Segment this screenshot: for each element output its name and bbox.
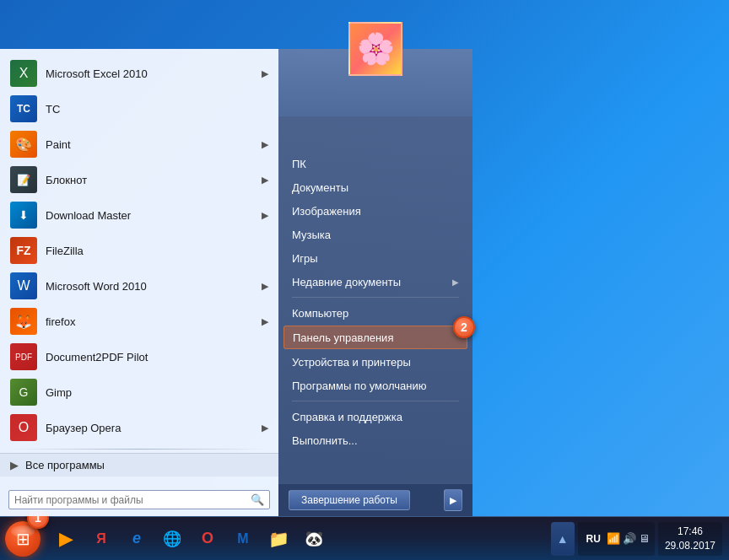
- menu-item-notepad[interactable]: 📝 Блокнот ▶: [0, 162, 278, 197]
- search-input[interactable]: [14, 494, 247, 506]
- shutdown-bar: Завершение работы ▶: [278, 483, 472, 516]
- opera-icon: O: [10, 414, 37, 441]
- all-programs-label: Все программы: [25, 459, 105, 471]
- excel-label: Microsoft Excel 2010: [46, 67, 253, 80]
- all-programs-button[interactable]: ▶ Все программы: [0, 453, 278, 477]
- menu-item-opera[interactable]: O Браузер Opera ▶: [0, 410, 278, 445]
- mx-icon: M: [237, 531, 248, 547]
- taskbar-folder-icon[interactable]: 📁: [262, 522, 295, 556]
- right-menu-help[interactable]: Справка и поддержка: [278, 405, 472, 428]
- ie-icon: e: [132, 530, 141, 547]
- right-separator-2: [292, 401, 459, 401]
- search-button-icon[interactable]: 🔍: [251, 493, 264, 506]
- menu-item-paint[interactable]: 🎨 Paint ▶: [0, 127, 278, 162]
- pc-label: ПК: [292, 158, 306, 170]
- menu-item-pdf[interactable]: PDF Document2PDF Pilot: [0, 339, 278, 374]
- help-label: Справка и поддержка: [292, 411, 402, 423]
- right-menu-pc[interactable]: ПК: [278, 152, 472, 175]
- right-menu-games[interactable]: Игры: [278, 246, 472, 270]
- recent-arrow: ▶: [452, 277, 459, 287]
- menu-item-firefox[interactable]: 🦊 firefox ▶: [0, 304, 278, 339]
- desktop: X Microsoft Excel 2010 ▶ TC TC 🎨 Paint ▶…: [0, 0, 729, 560]
- paint-icon: 🎨: [10, 131, 37, 158]
- tc-label: TC: [46, 103, 268, 116]
- opera-label: Браузер Opera: [46, 422, 253, 434]
- folder-icon: 📁: [268, 529, 289, 549]
- dm-icon: ⬇: [10, 202, 37, 229]
- shutdown-button[interactable]: Завершение работы: [289, 490, 410, 510]
- taskbar-yandex-icon[interactable]: Я: [84, 522, 118, 556]
- right-menu-recent[interactable]: Недавние документы ▶: [278, 270, 472, 293]
- start-button[interactable]: ⊞ 1: [0, 517, 46, 561]
- right-separator-1: [292, 297, 459, 298]
- taskbar: ⊞ 1 ▶ Я e 🌐 O M 📁: [0, 516, 729, 560]
- dm-arrow: ▶: [262, 210, 268, 221]
- control-panel-label: Панель управления: [293, 331, 393, 344]
- tc-icon: TC: [10, 95, 37, 122]
- gimp-label: Gimp: [46, 386, 268, 399]
- start-menu-right-panel: 🌸 ПК Документы Изображения Музыка Игры: [278, 49, 472, 516]
- word-label: Microsoft Word 2010: [46, 280, 253, 293]
- yandex-icon: Я: [96, 531, 106, 547]
- gimp-icon: G: [10, 379, 37, 406]
- taskbar-opera-taskbar-icon[interactable]: O: [191, 522, 224, 556]
- taskbar-mx-icon[interactable]: M: [226, 522, 260, 556]
- taskbar-chrome-icon[interactable]: 🌐: [155, 522, 189, 556]
- media-icon: ▶: [59, 528, 73, 550]
- notepad-arrow: ▶: [262, 175, 268, 186]
- opera-taskbar-icon: O: [202, 530, 213, 547]
- network-icon: 📶: [607, 532, 620, 545]
- paint-arrow: ▶: [262, 139, 268, 150]
- menu-item-word[interactable]: W Microsoft Word 2010 ▶: [0, 268, 278, 304]
- firefox-icon: 🦊: [10, 308, 37, 335]
- right-menu-music[interactable]: Музыка: [278, 223, 472, 246]
- defaults-label: Программы по умолчанию: [292, 380, 426, 392]
- pdf-label: Document2PDF Pilot: [46, 351, 268, 363]
- menu-item-filezilla[interactable]: FZ FileZilla: [0, 233, 278, 268]
- docs-label: Документы: [292, 181, 348, 194]
- language-indicator[interactable]: RU: [583, 533, 604, 545]
- right-menu-control-panel[interactable]: Панель управления 2: [284, 326, 467, 349]
- menu-separator: [10, 449, 268, 450]
- right-menu-images[interactable]: Изображения: [278, 199, 472, 223]
- filezilla-label: FileZilla: [46, 245, 268, 257]
- tray-icons-group: RU 📶 🔊 🖥: [578, 522, 655, 556]
- right-menu-computer[interactable]: Компьютер: [278, 301, 472, 325]
- taskbar-media-icon[interactable]: ▶: [49, 522, 83, 556]
- menu-item-excel[interactable]: X Microsoft Excel 2010 ▶: [0, 56, 278, 91]
- tray-expand-button[interactable]: ▲: [551, 522, 575, 556]
- taskbar-panda-icon[interactable]: 🐼: [297, 522, 331, 556]
- word-icon: W: [10, 272, 37, 299]
- notepad-label: Блокнот: [46, 174, 253, 186]
- shutdown-arrow-button[interactable]: ▶: [444, 489, 462, 511]
- chrome-icon: 🌐: [163, 530, 181, 548]
- start-menu-left-panel: X Microsoft Excel 2010 ▶ TC TC 🎨 Paint ▶…: [0, 49, 278, 516]
- run-label: Выполнить...: [292, 434, 358, 447]
- menu-item-gimp[interactable]: G Gimp: [0, 374, 278, 410]
- pdf-icon: PDF: [10, 343, 37, 370]
- taskbar-ie-icon[interactable]: e: [120, 522, 154, 556]
- word-arrow: ▶: [262, 281, 268, 292]
- user-avatar-area: 🌸: [278, 49, 472, 116]
- right-menu-items: ПК Документы Изображения Музыка Игры Нед…: [278, 147, 472, 483]
- opera-arrow: ▶: [262, 423, 268, 433]
- menu-item-tc[interactable]: TC TC: [0, 91, 278, 127]
- windows-logo-icon: ⊞: [16, 529, 30, 549]
- firefox-label: firefox: [46, 315, 253, 328]
- notepad-icon: 📝: [10, 166, 37, 193]
- menu-item-dm[interactable]: ⬇ Download Master ▶: [0, 197, 278, 233]
- display-icon: 🖥: [639, 532, 650, 545]
- volume-icon[interactable]: 🔊: [623, 532, 636, 545]
- right-menu-devices[interactable]: Устройства и принтеры: [278, 350, 472, 374]
- search-box[interactable]: 🔍: [8, 490, 270, 509]
- panda-icon: 🐼: [305, 530, 323, 548]
- right-menu-defaults[interactable]: Программы по умолчанию: [278, 374, 472, 397]
- clock[interactable]: 17:46 29.08.2017: [658, 522, 722, 556]
- images-label: Изображения: [292, 205, 361, 218]
- right-menu-run[interactable]: Выполнить...: [278, 428, 472, 452]
- filezilla-icon: FZ: [10, 237, 37, 264]
- right-menu-docs[interactable]: Документы: [278, 175, 472, 199]
- quick-launch-bar: ▶ Я e 🌐 O M 📁 🐼: [46, 522, 551, 556]
- control-panel-badge: 2: [453, 316, 475, 338]
- computer-label: Компьютер: [292, 307, 348, 320]
